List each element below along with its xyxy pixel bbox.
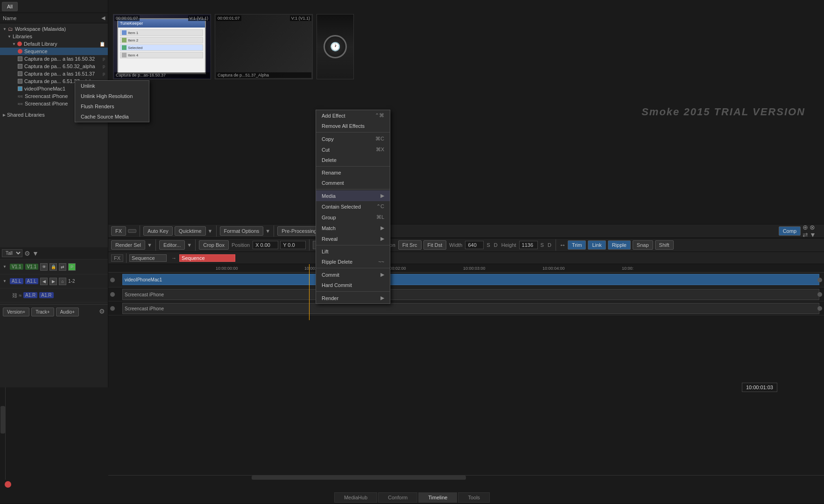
tc-4: 10:00:04:00 [542,266,565,271]
v1-triangle: ▼ [3,265,7,269]
sub-flush-renders[interactable]: Flush Renders [75,101,149,112]
tab-timeline[interactable]: Timeline [418,492,457,503]
pre-processing-button[interactable]: Pre-Processing [277,226,321,236]
fx-button[interactable]: FX [111,226,126,236]
height-input[interactable] [519,241,538,249]
track-plus-btn[interactable]: Track+ [31,308,54,316]
sequence-bar: FX → [108,252,824,264]
unnamed-btn[interactable] [128,229,136,233]
fit-src-button[interactable]: Fit Src [398,240,422,250]
a1r-name: A1.R [23,292,37,298]
v-scrollbar-left-thumb[interactable] [0,406,5,434]
v1-clip[interactable]: videoIPhoneMac1 [122,274,819,285]
preview-thumb-1[interactable]: TuneKeeper Item 1 Item 2 S [113,14,211,79]
ripple-button[interactable]: Ripple [608,240,631,250]
ctx-match[interactable]: Match ▶ [316,223,390,233]
media-item-0[interactable]: Captura de pa... a las 16.50.32 p [0,55,108,63]
sub-cache-source[interactable]: Cache Source Media [75,112,149,122]
ctx-lift[interactable]: Lift [316,246,390,257]
ctx-ripple-delete[interactable]: Ripple Delete ~~ [316,257,390,267]
link-button[interactable]: Link [588,240,606,250]
inner-item-icon-4 [122,53,127,57]
v1-p-btn[interactable]: P [68,263,76,271]
a1l-home-btn[interactable]: ⌂ [59,278,66,285]
sequence-val-input[interactable] [179,254,235,262]
width-input[interactable] [465,241,484,249]
thumb-version-1: V:1 (V1.1) [188,15,210,21]
a1l-track-row: ▼ A1.L A1.L ◀ ▶ ⌂ 1-2 [0,274,108,288]
ctx-media-arrow: ▶ [380,193,384,199]
a1l-fwd-btn[interactable]: ▶ [49,278,57,285]
add-buttons-row: Version+ Track+ Audio+ ⚙ [0,304,108,319]
ctx-render[interactable]: Render ▶ [316,293,390,303]
render-sel-button[interactable]: Render Sel [111,240,145,250]
render-sel-arrow: ▼ [147,242,152,248]
tab-mediahub[interactable]: MediaHub [334,492,377,503]
ctx-copy[interactable]: Copy ⌘C [316,133,390,144]
panel-collapse-icon[interactable]: ◀ [101,15,105,21]
tab-tools[interactable]: Tools [458,492,490,503]
trim-button[interactable]: Trim [568,240,586,250]
tab-conform[interactable]: Conform [378,492,417,503]
ctx-hard-commit[interactable]: Hard Commit [316,280,390,290]
ctx-media[interactable]: Media ▶ [316,190,390,201]
snap-button[interactable]: Snap [633,240,653,250]
crop-box-button[interactable]: Crop Box [199,240,229,250]
v1-link-btn[interactable]: ⇄ [59,263,66,271]
sub-unlink[interactable]: Unlink [75,81,149,91]
quicktime-button[interactable]: Quicktime [175,226,206,236]
ctx-comment[interactable]: Comment [316,178,390,188]
sub-unlink-hires[interactable]: Unlink High Resolution [75,91,149,101]
tc-5: 10:00: [622,266,634,271]
ctx-hard-commit-label: Hard Commit [322,282,352,288]
tall-dropdown[interactable]: Tall [2,249,22,257]
x-input[interactable] [253,241,278,249]
preview-thumb-3[interactable]: 🕐 [317,14,354,79]
ctx-copy-shortcut: ⌘C [375,136,384,142]
version-plus-btn[interactable]: Version+ [3,308,29,316]
panel-name-label: Name [3,15,16,21]
h-scrollbar[interactable] [108,475,824,480]
ctx-group-label: Group [322,215,336,220]
v1-clip-label: videoIPhoneMac1 [125,277,162,282]
s-label1: S [486,242,490,248]
default-library-item[interactable]: ▼ Default Library 📋 [0,40,108,48]
inner-item-2: Item 2 [120,37,203,43]
h-scrollbar-thumb[interactable] [252,476,466,480]
fit-dst-button[interactable]: Fit Dst [423,240,447,250]
media-item-1[interactable]: Captura de pa... 6.50.32_alpha p [0,63,108,70]
a1r-clip[interactable]: Screencast iPhone [122,303,819,314]
ctx-delete[interactable]: Delete [316,155,390,165]
v1-lock-btn[interactable]: 🔒 [49,263,57,271]
tab-all[interactable]: All [2,2,18,11]
ctx-group[interactable]: Group ⌘L [316,212,390,223]
ctx-remove-effects[interactable]: Remove All Effects [316,121,390,131]
media-item-2[interactable]: Captura de pa... a las 16.51.37 p [0,70,108,77]
ctx-cut[interactable]: Cut ⌘X [316,144,390,155]
workspace-item[interactable]: ▼ 🗂 Workspace (Malavida) [0,25,108,33]
preview-thumb-2[interactable]: 00:00:01:07 V:1 (V1.1) Captura de p...51… [215,14,313,79]
format-options-button[interactable]: Format Options [220,226,264,236]
ctx-add-effect[interactable]: Add Effect ⌃⌘ [316,110,390,121]
audio-plus-btn[interactable]: Audio+ [56,308,79,316]
shift-button[interactable]: Shift [655,240,674,250]
tc-3: 10:00:03:00 [463,266,486,271]
tabs-bar: All [0,0,108,13]
media-type-1: p [103,64,105,69]
y-input[interactable] [280,241,306,249]
toolbar-row1: FX Auto Key Quicktime ▼ Format Options ▼… [108,224,824,238]
a1l-back-btn[interactable]: ◀ [40,278,48,285]
v-scrollbar-left[interactable] [0,387,6,480]
ctx-rename[interactable]: Rename [316,168,390,178]
comp-button[interactable]: Comp [779,226,801,236]
ctx-reveal[interactable]: Reveal ▶ [316,233,390,244]
a1l-clip[interactable]: Screencast iPhone [122,289,819,300]
ctx-contain-selected[interactable]: Contain Selected ⌃C [316,201,390,212]
auto-key-button[interactable]: Auto Key [143,226,173,236]
ctx-commit[interactable]: Commit ▶ [316,269,390,280]
v1-eye-btn[interactable]: 👁 [40,263,48,271]
sequence-name-input[interactable] [129,254,167,262]
editor-button[interactable]: Editor... [159,240,185,250]
sequence-item[interactable]: Sequence [0,48,108,55]
libraries-item[interactable]: ▼ Libraries [0,33,108,40]
